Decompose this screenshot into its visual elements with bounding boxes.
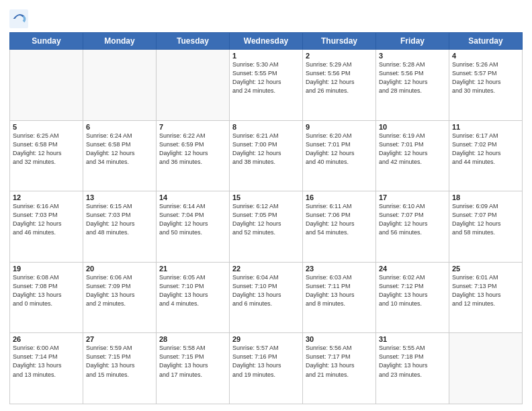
day-number: 8 [232,123,300,131]
cell-details: Sunrise: 5:55 AMSunset: 7:18 PMDaylight:… [379,344,446,379]
calendar-day-header: Monday [83,33,157,50]
calendar-day-header: Friday [376,33,449,50]
calendar-cell: 10Sunrise: 6:19 AMSunset: 7:01 PMDayligh… [376,120,449,191]
day-number: 5 [13,123,80,131]
day-number: 2 [306,52,373,60]
day-number: 18 [452,193,519,201]
calendar-day-header: Tuesday [157,33,230,50]
calendar-cell: 21Sunrise: 6:05 AMSunset: 7:10 PMDayligh… [157,262,230,333]
calendar-cell: 2Sunrise: 5:29 AMSunset: 5:56 PMDaylight… [303,50,376,121]
cell-details: Sunrise: 5:59 AMSunset: 7:15 PMDaylight:… [86,344,153,379]
calendar-cell: 24Sunrise: 6:02 AMSunset: 7:12 PMDayligh… [376,262,449,333]
calendar-cell: 25Sunrise: 6:01 AMSunset: 7:13 PMDayligh… [449,262,523,333]
cell-details: Sunrise: 6:02 AMSunset: 7:12 PMDaylight:… [379,273,446,308]
cell-details: Sunrise: 6:21 AMSunset: 7:00 PMDaylight:… [232,132,300,167]
cell-details: Sunrise: 6:06 AMSunset: 7:09 PMDaylight:… [86,273,153,308]
calendar-cell: 17Sunrise: 6:10 AMSunset: 7:07 PMDayligh… [376,191,449,263]
calendar-cell: 18Sunrise: 6:09 AMSunset: 7:07 PMDayligh… [449,191,523,263]
cell-details: Sunrise: 6:17 AMSunset: 7:02 PMDaylight:… [452,132,519,167]
calendar-cell: 27Sunrise: 5:59 AMSunset: 7:15 PMDayligh… [83,333,157,404]
day-number: 9 [306,123,373,131]
day-number: 12 [13,193,80,201]
day-number: 30 [306,335,373,343]
calendar-cell: 5Sunrise: 6:25 AMSunset: 6:58 PMDaylight… [10,120,83,191]
calendar-cell [449,333,523,404]
day-number: 6 [86,123,153,131]
cell-details: Sunrise: 6:12 AMSunset: 7:05 PMDaylight:… [232,202,300,237]
day-number: 23 [306,265,373,273]
cell-details: Sunrise: 6:00 AMSunset: 7:14 PMDaylight:… [13,344,80,379]
calendar-cell: 31Sunrise: 5:55 AMSunset: 7:18 PMDayligh… [376,333,449,404]
day-number: 25 [452,265,519,273]
calendar-cell: 22Sunrise: 6:04 AMSunset: 7:10 PMDayligh… [230,262,303,333]
cell-details: Sunrise: 6:25 AMSunset: 6:58 PMDaylight:… [13,132,80,167]
calendar-week-row: 12Sunrise: 6:16 AMSunset: 7:03 PMDayligh… [10,191,523,263]
header [9,7,523,28]
day-number: 13 [86,193,153,201]
cell-details: Sunrise: 5:28 AMSunset: 5:56 PMDaylight:… [379,60,446,95]
cell-details: Sunrise: 6:09 AMSunset: 7:07 PMDaylight:… [452,202,519,237]
cell-details: Sunrise: 6:24 AMSunset: 6:58 PMDaylight:… [86,132,153,167]
page: SundayMondayTuesdayWednesdayThursdayFrid… [0,0,532,411]
cell-details: Sunrise: 5:58 AMSunset: 7:15 PMDaylight:… [159,344,226,379]
calendar-cell [83,50,157,121]
cell-details: Sunrise: 6:10 AMSunset: 7:07 PMDaylight:… [379,202,446,237]
calendar-cell: 19Sunrise: 6:08 AMSunset: 7:08 PMDayligh… [10,262,83,333]
cell-details: Sunrise: 6:01 AMSunset: 7:13 PMDaylight:… [452,273,519,308]
calendar-cell: 7Sunrise: 6:22 AMSunset: 6:59 PMDaylight… [157,120,230,191]
calendar-cell: 26Sunrise: 6:00 AMSunset: 7:14 PMDayligh… [10,333,83,404]
cell-details: Sunrise: 6:20 AMSunset: 7:01 PMDaylight:… [306,132,373,167]
calendar-day-header: Sunday [10,33,83,50]
calendar-cell: 30Sunrise: 5:56 AMSunset: 7:17 PMDayligh… [303,333,376,404]
calendar-header-row: SundayMondayTuesdayWednesdayThursdayFrid… [10,33,523,50]
calendar-week-row: 1Sunrise: 5:30 AMSunset: 5:55 PMDaylight… [10,50,523,121]
day-number: 11 [452,123,519,131]
day-number: 17 [379,193,446,201]
calendar-week-row: 19Sunrise: 6:08 AMSunset: 7:08 PMDayligh… [10,262,523,333]
cell-details: Sunrise: 5:57 AMSunset: 7:16 PMDaylight:… [232,344,300,379]
cell-details: Sunrise: 6:14 AMSunset: 7:04 PMDaylight:… [159,202,226,237]
day-number: 15 [232,193,300,201]
calendar-cell [157,50,230,121]
cell-details: Sunrise: 6:22 AMSunset: 6:59 PMDaylight:… [159,132,226,167]
day-number: 4 [452,52,519,60]
day-number: 16 [306,193,373,201]
cell-details: Sunrise: 6:08 AMSunset: 7:08 PMDaylight:… [13,273,80,308]
logo-icon [9,9,28,28]
day-number: 21 [159,265,226,273]
cell-details: Sunrise: 5:26 AMSunset: 5:57 PMDaylight:… [452,60,519,95]
calendar-cell: 6Sunrise: 6:24 AMSunset: 6:58 PMDaylight… [83,120,157,191]
calendar-cell: 14Sunrise: 6:14 AMSunset: 7:04 PMDayligh… [157,191,230,263]
cell-details: Sunrise: 6:04 AMSunset: 7:10 PMDaylight:… [232,273,300,308]
day-number: 1 [232,52,300,60]
cell-details: Sunrise: 6:19 AMSunset: 7:01 PMDaylight:… [379,132,446,167]
day-number: 10 [379,123,446,131]
calendar-cell: 3Sunrise: 5:28 AMSunset: 5:56 PMDaylight… [376,50,449,121]
calendar-cell [10,50,83,121]
cell-details: Sunrise: 6:11 AMSunset: 7:06 PMDaylight:… [306,202,373,237]
calendar-cell: 4Sunrise: 5:26 AMSunset: 5:57 PMDaylight… [449,50,523,121]
logo [9,9,31,28]
cell-details: Sunrise: 6:15 AMSunset: 7:03 PMDaylight:… [86,202,153,237]
calendar-cell: 23Sunrise: 6:03 AMSunset: 7:11 PMDayligh… [303,262,376,333]
calendar-cell: 9Sunrise: 6:20 AMSunset: 7:01 PMDaylight… [303,120,376,191]
day-number: 24 [379,265,446,273]
cell-details: Sunrise: 5:29 AMSunset: 5:56 PMDaylight:… [306,60,373,95]
calendar-cell: 15Sunrise: 6:12 AMSunset: 7:05 PMDayligh… [230,191,303,263]
day-number: 22 [232,265,300,273]
calendar-cell: 12Sunrise: 6:16 AMSunset: 7:03 PMDayligh… [10,191,83,263]
calendar-cell: 28Sunrise: 5:58 AMSunset: 7:15 PMDayligh… [157,333,230,404]
calendar-cell: 13Sunrise: 6:15 AMSunset: 7:03 PMDayligh… [83,191,157,263]
calendar-table: SundayMondayTuesdayWednesdayThursdayFrid… [9,32,523,404]
calendar-cell: 29Sunrise: 5:57 AMSunset: 7:16 PMDayligh… [230,333,303,404]
calendar-day-header: Wednesday [230,33,303,50]
day-number: 7 [159,123,226,131]
cell-details: Sunrise: 5:30 AMSunset: 5:55 PMDaylight:… [232,60,300,95]
day-number: 28 [159,335,226,343]
day-number: 29 [232,335,300,343]
calendar-cell: 1Sunrise: 5:30 AMSunset: 5:55 PMDaylight… [230,50,303,121]
calendar-week-row: 5Sunrise: 6:25 AMSunset: 6:58 PMDaylight… [10,120,523,191]
calendar-day-header: Saturday [449,33,523,50]
calendar-day-header: Thursday [303,33,376,50]
day-number: 26 [13,335,80,343]
